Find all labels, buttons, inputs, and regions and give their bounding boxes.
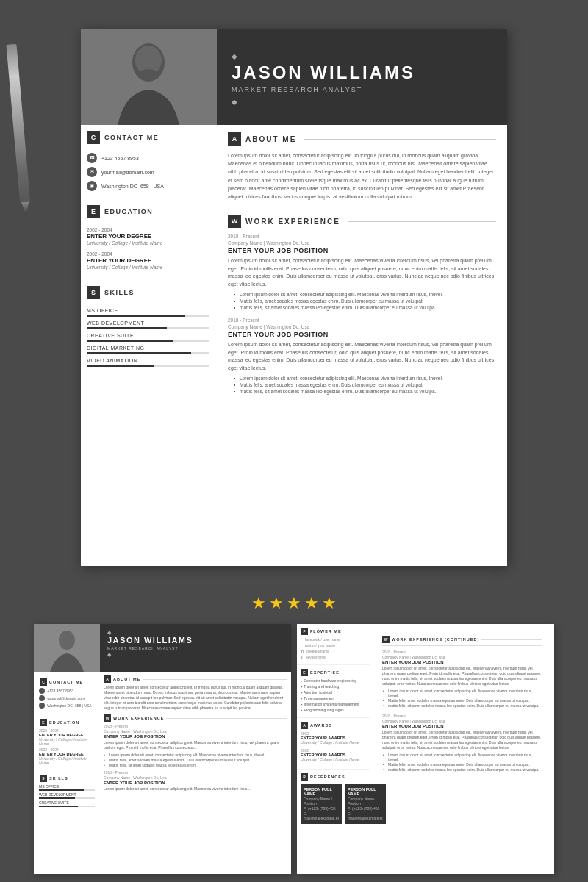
star-2: ★ bbox=[269, 594, 284, 613]
award-school-2: University / Collage / Institute Name bbox=[301, 757, 366, 761]
mini-job-company-1: Company Name | Washington Dc, Usa bbox=[104, 729, 287, 734]
contact-header: C CONTACT ME bbox=[87, 131, 209, 147]
right-bottom-right: W WORK EXPERIENCE (CONTINUED) 2018 - Pre… bbox=[370, 624, 554, 828]
wec-bullet-2c: mattis felis, sit amet sodales massa leo… bbox=[388, 767, 542, 772]
skill-item-5: VIDEO ANIMATION bbox=[87, 358, 209, 367]
mini-skill-bar-3 bbox=[39, 806, 95, 807]
ref-detail-1c: E: mail@mailexample.et bbox=[304, 811, 339, 820]
mini-contact-section: C CONTACT ME +123 4567 8953 yourmail@dom… bbox=[34, 672, 100, 713]
exp-2: ▸ Training and teaching bbox=[301, 684, 366, 689]
right-bottom-left: F FLOWER ME f facebook / user name t twi… bbox=[297, 624, 370, 828]
mini-bullet-3: mattis felis, sit amet sodales massa leo… bbox=[109, 763, 287, 767]
job-meta-2: 2018 - Present bbox=[228, 318, 496, 323]
references-header: R REFERENCES bbox=[301, 773, 366, 781]
wec-bullet-2a: Lorem ipsum dolor sit amet, consectetur … bbox=[388, 753, 542, 761]
wec-bullet-1a: Lorem ipsum dolor sit amet, consectetur … bbox=[388, 689, 542, 698]
edu-years-2: 2002 - 2004 bbox=[87, 251, 209, 257]
phone-icon: ☎ bbox=[87, 153, 97, 163]
skill-bar-2 bbox=[87, 327, 209, 329]
sk-item: s skype/name bbox=[301, 655, 366, 659]
exp-4: ▸ Time management bbox=[301, 696, 366, 700]
skill-fill-5 bbox=[87, 365, 154, 367]
work-line bbox=[348, 221, 496, 222]
skill-item-2: WEB DEVELOPMENT bbox=[87, 320, 209, 329]
education-section: E Education 2002 - 2004 ENTER YOUR DEGRE… bbox=[81, 199, 217, 280]
right-bottom: F FLOWER ME f facebook / user name t twi… bbox=[297, 624, 554, 828]
ref-detail-1a: Company Name / Position bbox=[304, 797, 339, 806]
mini-location: Washington DC -658 | USA bbox=[39, 703, 95, 709]
wec-bullet-2b: Mattis felis, amet sodales massa egestas… bbox=[388, 762, 542, 767]
email-icon: ✉ bbox=[87, 167, 97, 177]
sk-label: skype/name bbox=[306, 655, 326, 659]
job-desc-1: Lorem ipsum dolor sit amet, consectetur … bbox=[228, 257, 496, 288]
wec-title: WORK EXPERIENCE (CONTINUED) bbox=[392, 637, 479, 642]
bottom-right-page: F FLOWER ME f facebook / user name t twi… bbox=[297, 624, 554, 874]
wec-bullet-1c: mattis felis, sit amet sodales massa leo… bbox=[388, 703, 542, 708]
edu-item-2: 2002 - 2004 ENTER YOUR DEGREE University… bbox=[87, 251, 209, 270]
location-item: ◉ Washington DC -658 | USA bbox=[87, 181, 209, 191]
mini-header: ◆ JASON WILLIAMS MARKET RESEARCH ANALYST… bbox=[100, 624, 291, 672]
mini-about-line bbox=[143, 679, 287, 680]
mini-skill-name-1: MS OFFICE bbox=[39, 784, 95, 789]
wec-job-meta-2: 2018 - Present bbox=[382, 714, 542, 718]
mini-contact-title: CONTACT ME bbox=[49, 680, 83, 684]
mini-edu-section: E EDUCATION 2002 - 2004 ENTER YOUR DEGRE… bbox=[34, 713, 100, 769]
mini-job-meta-1: 2018 - Present bbox=[104, 724, 287, 728]
contact-letter: C bbox=[87, 131, 100, 144]
mini-edu-2: 2002 - 2004 ENTER YOUR DEGREE University… bbox=[39, 747, 95, 765]
skill-item-1: MS OFFICE bbox=[87, 308, 209, 317]
bullet: Mattis felis, amet sodales massa egestas… bbox=[234, 382, 496, 387]
award-1: 2002 ENTER YOUR AWARDS University / Coll… bbox=[301, 731, 366, 745]
about-header: A ABOUT ME bbox=[228, 132, 496, 146]
fb-label: facebook / user name bbox=[305, 637, 340, 642]
skill-name-5: VIDEO ANIMATION bbox=[87, 358, 209, 363]
mini-skill-name-2: WEB DEVELOPMENT bbox=[39, 792, 95, 797]
wec-job-company-2: Company Name | Washington Dc, Usa bbox=[382, 719, 542, 723]
expertise-letter: E bbox=[301, 669, 308, 676]
bottom-section: C CONTACT ME +123 4567 8953 yourmail@dom… bbox=[0, 624, 588, 882]
job-company-1: Company Name | Washington Dc, Usa bbox=[228, 240, 496, 245]
bullet: mattis felis, sit amet sodales massa leo… bbox=[234, 389, 496, 394]
mini-location-text: Washington DC -658 | USA bbox=[47, 703, 92, 708]
mini-edu-title: EDUCATION bbox=[49, 720, 79, 725]
references-title: REFERENCES bbox=[310, 775, 345, 779]
mini-work-line bbox=[166, 718, 287, 719]
work-title: WORK EXPERIENCE bbox=[245, 218, 340, 226]
wec-job-meta-1: 2018 - Present bbox=[382, 650, 542, 654]
skill-bar-1 bbox=[87, 315, 209, 317]
wec-bullet-1b: Mattis felis, amet sodales massa egestas… bbox=[388, 698, 542, 703]
mini-phone-icon bbox=[39, 688, 45, 694]
mini-work-header: W WORK EXPERIENCE bbox=[104, 714, 287, 722]
mini-edu-school-1: University / Collage / Institute Name bbox=[39, 737, 95, 746]
education-letter: E bbox=[87, 205, 100, 218]
mini-skill-bar-2 bbox=[39, 797, 95, 799]
job-item-2: 2018 - Present Company Name | Washington… bbox=[228, 318, 496, 394]
skill-fill-3 bbox=[87, 340, 173, 342]
star-4: ★ bbox=[304, 594, 319, 613]
work-letter: W bbox=[228, 215, 241, 228]
skills-letter: S bbox=[87, 286, 100, 299]
tw-item: t twitter / your name bbox=[301, 643, 366, 648]
edu-degree-1: ENTER YOUR DEGREE bbox=[87, 233, 209, 240]
email-item: ✉ yourmail@domain.com bbox=[87, 167, 209, 177]
mini-skills-letter: S bbox=[40, 775, 47, 782]
skill-name-1: MS OFFICE bbox=[87, 308, 209, 313]
wec-job-1: 2018 - Present Company Name | Washington… bbox=[382, 650, 542, 708]
mini-skill-name-3: CREATIVE SUITE bbox=[39, 800, 95, 805]
mini-work-title: WORK EXPERIENCE bbox=[113, 716, 164, 720]
skill-item-3: CREATIVE SUITE bbox=[87, 333, 209, 342]
work-exp-continued: W WORK EXPERIENCE (CONTINUED) 2018 - Pre… bbox=[376, 630, 548, 778]
resume-sidebar: C CONTACT ME ☎ +123 4567 8953 ✉ yourmail… bbox=[81, 29, 217, 566]
wec-letter: W bbox=[382, 636, 390, 643]
mini-edu-header: E EDUCATION bbox=[40, 719, 94, 726]
mini-diamond-2: ◆ bbox=[107, 652, 284, 658]
tw-label: twitter / your name bbox=[305, 643, 335, 648]
mini-skill-fill-2 bbox=[39, 797, 75, 799]
mini-skill-fill-1 bbox=[39, 789, 84, 791]
job-bullets-1: Lorem ipsum dolor sit amet, consectetur … bbox=[228, 292, 496, 310]
skill-bar-4 bbox=[87, 352, 209, 354]
svg-point-3 bbox=[138, 69, 159, 81]
exp-5: ▸ Information systems management bbox=[301, 702, 366, 706]
skill-fill-2 bbox=[87, 327, 167, 329]
education-header: E Education bbox=[87, 205, 209, 221]
